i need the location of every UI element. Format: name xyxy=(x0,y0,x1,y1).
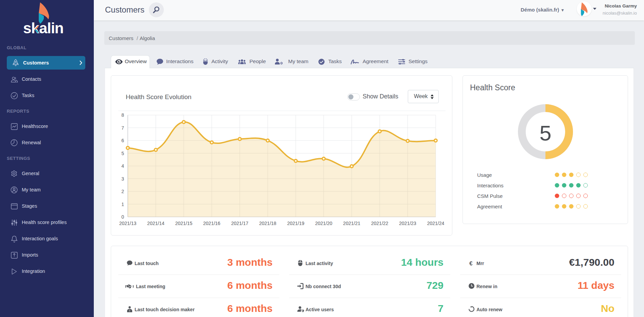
svg-text:7: 7 xyxy=(121,125,124,131)
svg-text:2021/24: 2021/24 xyxy=(427,221,445,226)
svg-text:2021/16: 2021/16 xyxy=(203,221,221,226)
svg-text:2021/14: 2021/14 xyxy=(147,221,164,226)
svg-text:3: 3 xyxy=(121,176,124,182)
svg-text:€: € xyxy=(469,261,473,266)
svg-text:2021/13: 2021/13 xyxy=(119,221,137,226)
svg-text:8: 8 xyxy=(121,112,124,118)
svg-text:2: 2 xyxy=(121,189,124,194)
svg-text:1: 1 xyxy=(121,202,124,207)
svg-text:4: 4 xyxy=(121,163,124,169)
svg-text:2021/19: 2021/19 xyxy=(287,221,304,226)
svg-text:0: 0 xyxy=(121,214,124,220)
svg-text:2021/17: 2021/17 xyxy=(231,221,248,226)
svg-text:2021/20: 2021/20 xyxy=(315,221,332,226)
svg-text:2021/18: 2021/18 xyxy=(259,221,276,226)
svg-text:6: 6 xyxy=(121,138,124,143)
svg-text:2021/22: 2021/22 xyxy=(371,221,388,226)
svg-text:2021/21: 2021/21 xyxy=(343,221,361,226)
svg-text:5: 5 xyxy=(121,151,124,156)
svg-text:5: 5 xyxy=(539,121,551,145)
svg-text:2021/23: 2021/23 xyxy=(399,221,416,226)
svg-text:2021/15: 2021/15 xyxy=(175,221,192,226)
